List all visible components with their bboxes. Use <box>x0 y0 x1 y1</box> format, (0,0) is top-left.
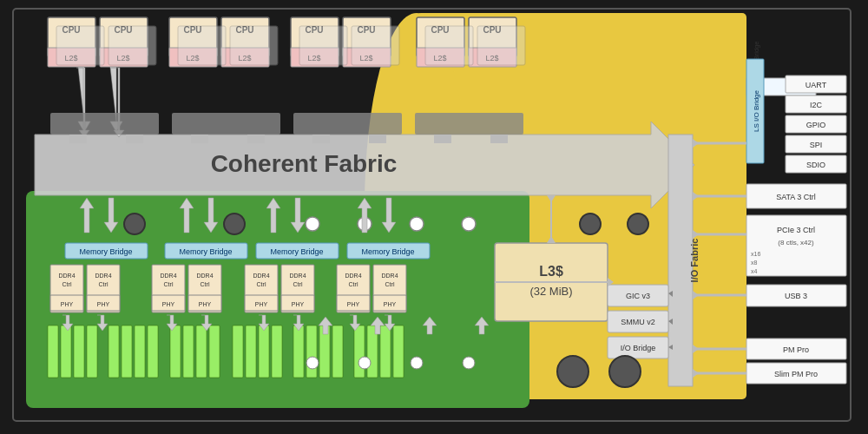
svg-point-198 <box>411 357 423 369</box>
svg-marker-59 <box>434 135 451 143</box>
svg-rect-43 <box>425 26 473 65</box>
pcie-label-2: (8 ctls, x42) <box>778 239 814 247</box>
svg-text:PHY: PHY <box>162 301 175 307</box>
svg-rect-137 <box>293 326 304 378</box>
svg-text:Ctrl: Ctrl <box>201 281 210 287</box>
io-fabric-label: I/O Fabric <box>689 239 700 283</box>
l3-cache-label: L3$ <box>539 264 563 279</box>
usb3-label: USB 3 <box>785 292 807 300</box>
cpu-cluster-2: CPU L2$ CPU L2$ <box>169 17 278 67</box>
svg-rect-23 <box>178 26 226 65</box>
svg-text:Ctrl: Ctrl <box>385 281 395 287</box>
i2c-label: I2C <box>810 101 823 109</box>
svg-text:Ctrl: Ctrl <box>349 281 358 287</box>
svg-rect-52 <box>415 113 523 135</box>
svg-rect-124 <box>87 326 97 378</box>
svg-point-66 <box>224 214 245 234</box>
svg-text:DDR4: DDR4 <box>381 273 398 279</box>
svg-text:DDR4: DDR4 <box>345 273 361 279</box>
svg-rect-129 <box>170 326 181 378</box>
svg-rect-125 <box>108 326 119 378</box>
svg-point-196 <box>306 357 319 369</box>
svg-rect-122 <box>61 326 71 378</box>
svg-text:Ctrl: Ctrl <box>164 281 174 287</box>
svg-text:x4: x4 <box>751 268 758 274</box>
svg-text:x8: x8 <box>751 260 758 266</box>
svg-text:DDR4: DDR4 <box>95 273 111 279</box>
svg-text:Ctrl: Ctrl <box>62 281 72 287</box>
svg-text:PHY: PHY <box>61 301 74 307</box>
svg-rect-13 <box>56 26 104 65</box>
svg-marker-56 <box>247 135 265 143</box>
svg-rect-127 <box>135 326 145 378</box>
uart-label: UART <box>806 81 827 89</box>
svg-point-67 <box>580 214 601 234</box>
svg-rect-128 <box>148 326 158 378</box>
svg-rect-140 <box>332 326 343 378</box>
pm-pro-label: PM Pro <box>783 345 809 354</box>
svg-text:PHY: PHY <box>384 301 397 307</box>
svg-rect-133 <box>233 326 243 378</box>
memory-bridge-2-label: Memory Bridge <box>179 247 232 256</box>
svg-rect-33 <box>299 26 347 65</box>
sdio-label: SDIO <box>806 161 825 169</box>
svg-marker-55 <box>191 135 208 143</box>
svg-rect-141 <box>354 326 365 378</box>
svg-rect-14 <box>108 26 156 65</box>
svg-text:DDR4: DDR4 <box>160 273 176 279</box>
svg-text:PHY: PHY <box>255 301 268 307</box>
svg-marker-58 <box>369 135 386 143</box>
svg-text:DDR4: DDR4 <box>196 273 213 279</box>
svg-rect-126 <box>122 326 132 378</box>
svg-rect-138 <box>306 326 317 378</box>
svg-rect-34 <box>352 26 399 65</box>
cpu-cluster-4: CPU L2$ CPU L2$ <box>417 17 525 67</box>
svg-point-65 <box>124 214 145 234</box>
cpu-cluster-1: CPU L2$ CPU L2$ <box>48 17 156 67</box>
memory-bridge-3-label: Memory Bridge <box>270 247 323 256</box>
svg-rect-132 <box>209 326 220 378</box>
gpio-label: GPIO <box>806 121 826 129</box>
svg-rect-144 <box>393 326 404 378</box>
cpu-cluster-3: CPU L2$ CPU L2$ <box>291 17 399 67</box>
memory-bridge-4-label: Memory Bridge <box>361 247 414 256</box>
smmu-label: SMMU v2 <box>621 318 655 326</box>
svg-point-69 <box>306 217 319 231</box>
svg-point-72 <box>462 217 476 231</box>
slim-pm-pro-label: Slim PM Pro <box>774 370 818 378</box>
svg-point-71 <box>410 217 424 231</box>
svg-point-195 <box>609 356 641 387</box>
svg-text:DDR4: DDR4 <box>289 273 306 279</box>
spi-label: SPI <box>810 141 823 149</box>
l3-size-label: (32 MiB) <box>529 285 572 298</box>
svg-rect-130 <box>183 326 194 378</box>
svg-text:PHY: PHY <box>97 301 110 307</box>
svg-marker-54 <box>126 135 143 143</box>
svg-text:PHY: PHY <box>199 301 212 307</box>
svg-text:PHY: PHY <box>292 301 305 307</box>
diagram: Coherent Fabric CPU L2$ CPU L2$ CPU L2$ … <box>0 0 868 434</box>
svg-text:Ctrl: Ctrl <box>257 281 266 287</box>
coherent-fabric-label: Coherent Fabric <box>211 150 398 177</box>
svg-rect-49 <box>50 113 159 135</box>
sata-label: SATA 3 Ctrl <box>776 193 816 201</box>
svg-point-199 <box>463 357 475 369</box>
svg-rect-135 <box>259 326 269 378</box>
svg-rect-134 <box>246 326 256 378</box>
svg-text:Ctrl: Ctrl <box>99 281 108 287</box>
svg-text:DDR4: DDR4 <box>253 273 269 279</box>
svg-rect-24 <box>230 26 278 65</box>
svg-marker-57 <box>312 135 330 143</box>
memory-bridge-1-label: Memory Bridge <box>79 247 132 256</box>
svg-text:LS I/O Bridge: LS I/O Bridge <box>753 89 760 132</box>
svg-rect-131 <box>196 326 207 378</box>
svg-rect-51 <box>293 113 402 135</box>
svg-marker-60 <box>490 135 508 143</box>
svg-text:PHY: PHY <box>347 301 360 307</box>
svg-rect-44 <box>477 26 525 65</box>
svg-marker-53 <box>69 135 87 143</box>
svg-text:Ctrl: Ctrl <box>293 281 303 287</box>
svg-text:x16: x16 <box>751 251 760 257</box>
svg-point-197 <box>358 357 371 369</box>
svg-point-68 <box>628 214 648 234</box>
